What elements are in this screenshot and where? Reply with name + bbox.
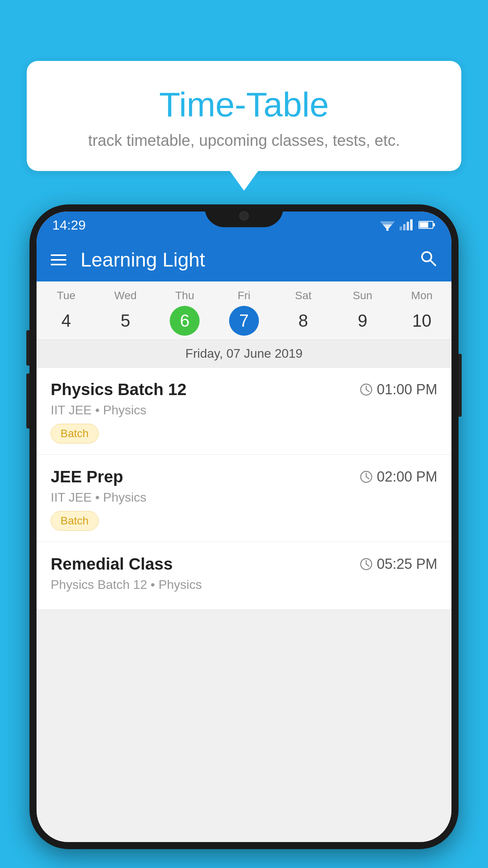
- day-sat[interactable]: Sat 8: [273, 281, 333, 340]
- day-sun[interactable]: Sun 9: [333, 281, 392, 340]
- day-name-2: Thu: [175, 289, 194, 302]
- feature-title: Time-Table: [50, 85, 438, 125]
- svg-rect-10: [420, 222, 428, 228]
- schedule-list: Physics Batch 12 01:00 PM IIT JEE • Phys…: [37, 368, 451, 610]
- schedule-item-header-0: Physics Batch 12 01:00 PM: [51, 380, 437, 399]
- calendar-week-header: Tue 4 Wed 5 Thu 6 Fri 7 Sat 8: [37, 281, 451, 340]
- schedule-item-0[interactable]: Physics Batch 12 01:00 PM IIT JEE • Phys…: [37, 368, 451, 455]
- speech-bubble: Time-Table track timetable, upcoming cla…: [27, 61, 461, 171]
- schedule-item-2[interactable]: Remedial Class 05:25 PM Physics Batch 12…: [37, 542, 451, 610]
- day-number-4: 8: [288, 306, 318, 336]
- svg-rect-5: [403, 224, 405, 230]
- schedule-subtitle-2: Physics Batch 12 • Physics: [51, 577, 437, 592]
- svg-rect-9: [433, 223, 435, 226]
- phone-container: 14:29: [29, 204, 459, 868]
- hamburger-line-3: [51, 264, 66, 265]
- day-number-6: 10: [407, 306, 437, 336]
- schedule-subtitle-1: IIT JEE • Physics: [51, 490, 437, 505]
- clock-icon-2: [360, 557, 373, 571]
- day-tue[interactable]: Tue 4: [37, 281, 96, 340]
- bubble-arrow: [230, 171, 258, 191]
- power-button: [459, 354, 462, 417]
- day-name-3: Fri: [238, 289, 251, 302]
- svg-line-15: [366, 390, 369, 392]
- batch-tag-1: Batch: [51, 511, 99, 531]
- day-name-1: Wed: [114, 289, 137, 302]
- day-thu[interactable]: Thu 6: [155, 281, 215, 340]
- day-mon[interactable]: Mon 10: [392, 281, 451, 340]
- schedule-item-1[interactable]: JEE Prep 02:00 PM IIT JEE • Physics Batc…: [37, 455, 451, 542]
- day-name-0: Tue: [57, 289, 75, 302]
- bubble-pointer-wrapper: [27, 171, 461, 191]
- search-button[interactable]: [418, 248, 437, 272]
- battery-icon: [418, 220, 436, 230]
- status-icons: [380, 219, 436, 231]
- hamburger-menu[interactable]: [51, 254, 66, 265]
- speech-bubble-section: Time-Table track timetable, upcoming cla…: [27, 61, 461, 191]
- schedule-title-0: Physics Batch 12: [51, 380, 187, 399]
- svg-rect-6: [407, 222, 409, 230]
- feature-subtitle: track timetable, upcoming classes, tests…: [50, 132, 438, 149]
- selected-date-display: Friday, 07 June 2019: [37, 340, 451, 368]
- schedule-item-header-1: JEE Prep 02:00 PM: [51, 467, 437, 486]
- schedule-time-text-0: 01:00 PM: [377, 381, 437, 398]
- volume-up-button: [26, 330, 29, 366]
- app-bar: Learning Light: [37, 238, 451, 281]
- status-time: 14:29: [52, 217, 86, 233]
- schedule-time-2: 05:25 PM: [360, 556, 437, 572]
- day-name-4: Sat: [295, 289, 312, 302]
- phone-screen: 14:29: [37, 211, 451, 842]
- hamburger-line-1: [51, 254, 66, 256]
- phone-frame: 14:29: [29, 204, 459, 849]
- svg-line-12: [430, 260, 435, 265]
- day-number-0: 4: [51, 306, 81, 336]
- day-wed[interactable]: Wed 5: [96, 281, 155, 340]
- signal-icon: [400, 219, 414, 230]
- day-number-1: 5: [110, 306, 140, 336]
- schedule-time-1: 02:00 PM: [360, 469, 437, 485]
- schedule-item-header-2: Remedial Class 05:25 PM: [51, 555, 437, 574]
- svg-line-21: [366, 564, 369, 566]
- batch-tag-0: Batch: [51, 424, 99, 443]
- volume-down-button: [26, 373, 29, 428]
- wifi-icon: [380, 219, 395, 231]
- day-fri[interactable]: Fri 7: [215, 281, 274, 340]
- day-number-5: 9: [348, 306, 378, 336]
- app-title: Learning Light: [81, 248, 418, 271]
- schedule-time-text-2: 05:25 PM: [377, 556, 437, 572]
- day-number-3: 7: [229, 306, 259, 336]
- day-number-2: 6: [170, 306, 200, 336]
- schedule-subtitle-0: IIT JEE • Physics: [51, 403, 437, 417]
- svg-rect-4: [400, 226, 402, 230]
- day-name-5: Sun: [353, 289, 372, 302]
- phone-notch: [205, 204, 283, 227]
- hamburger-line-2: [51, 259, 66, 261]
- svg-rect-7: [410, 219, 413, 230]
- svg-line-18: [366, 477, 369, 479]
- camera: [239, 211, 249, 221]
- schedule-title-1: JEE Prep: [51, 467, 123, 486]
- svg-point-3: [386, 229, 389, 231]
- schedule-time-text-1: 02:00 PM: [377, 469, 437, 485]
- schedule-time-0: 01:00 PM: [360, 381, 437, 398]
- schedule-title-2: Remedial Class: [51, 555, 173, 574]
- day-name-6: Mon: [411, 289, 432, 302]
- clock-icon-0: [360, 383, 373, 396]
- clock-icon-1: [360, 470, 373, 484]
